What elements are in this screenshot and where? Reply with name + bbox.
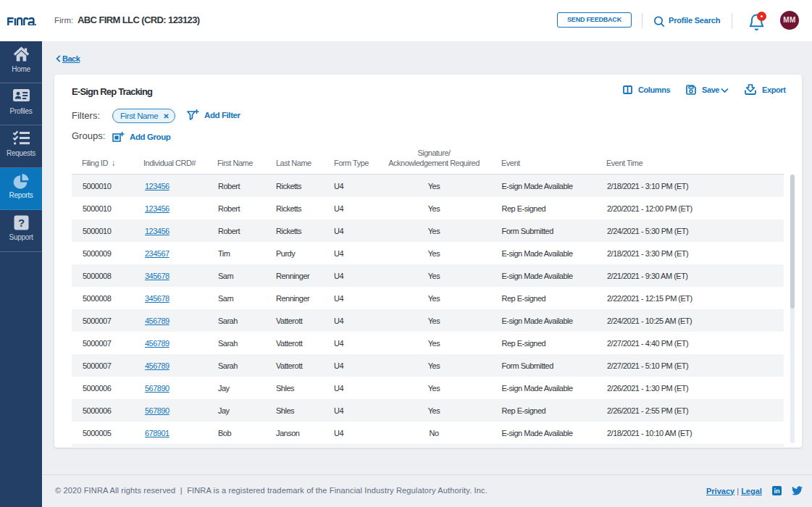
svg-text:?: ? bbox=[17, 217, 24, 229]
